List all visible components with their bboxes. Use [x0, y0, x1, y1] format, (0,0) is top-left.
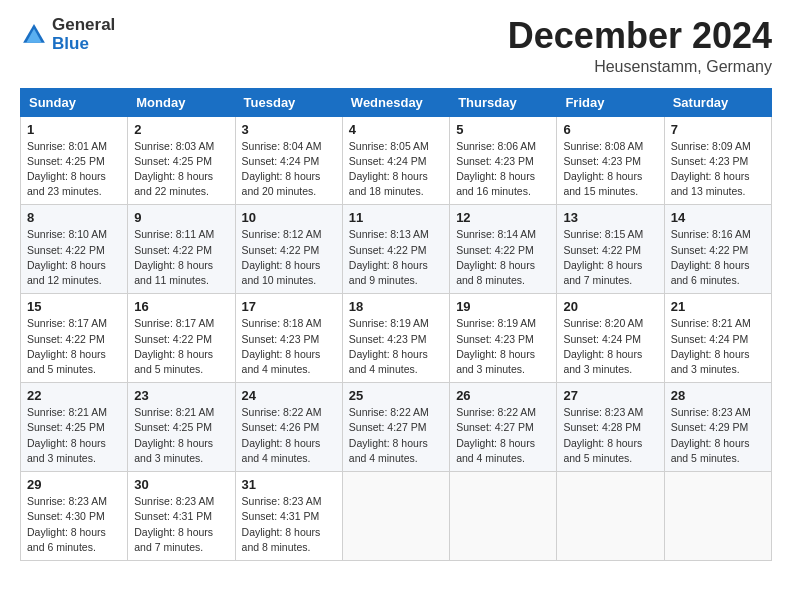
calendar-cell: 29Sunrise: 8:23 AMSunset: 4:30 PMDayligh…: [21, 472, 128, 561]
day-info: Sunrise: 8:12 AMSunset: 4:22 PMDaylight:…: [242, 227, 336, 288]
calendar-cell: [557, 472, 664, 561]
day-info: Sunrise: 8:17 AMSunset: 4:22 PMDaylight:…: [27, 316, 121, 377]
calendar-cell: 14Sunrise: 8:16 AMSunset: 4:22 PMDayligh…: [664, 205, 771, 294]
day-number: 14: [671, 210, 765, 225]
logo-icon: [20, 21, 48, 49]
day-number: 25: [349, 388, 443, 403]
page-header: General Blue December 2024 Heusenstamm, …: [20, 16, 772, 76]
day-number: 26: [456, 388, 550, 403]
calendar-cell: 28Sunrise: 8:23 AMSunset: 4:29 PMDayligh…: [664, 383, 771, 472]
calendar-header-saturday: Saturday: [664, 88, 771, 116]
calendar-cell: 4Sunrise: 8:05 AMSunset: 4:24 PMDaylight…: [342, 116, 449, 205]
calendar-cell: 18Sunrise: 8:19 AMSunset: 4:23 PMDayligh…: [342, 294, 449, 383]
day-number: 12: [456, 210, 550, 225]
day-info: Sunrise: 8:03 AMSunset: 4:25 PMDaylight:…: [134, 139, 228, 200]
day-info: Sunrise: 8:21 AMSunset: 4:25 PMDaylight:…: [134, 405, 228, 466]
calendar-cell: 16Sunrise: 8:17 AMSunset: 4:22 PMDayligh…: [128, 294, 235, 383]
day-info: Sunrise: 8:23 AMSunset: 4:30 PMDaylight:…: [27, 494, 121, 555]
calendar-cell: 21Sunrise: 8:21 AMSunset: 4:24 PMDayligh…: [664, 294, 771, 383]
calendar-header-friday: Friday: [557, 88, 664, 116]
calendar-header-tuesday: Tuesday: [235, 88, 342, 116]
day-number: 19: [456, 299, 550, 314]
day-number: 8: [27, 210, 121, 225]
calendar-cell: 24Sunrise: 8:22 AMSunset: 4:26 PMDayligh…: [235, 383, 342, 472]
day-number: 31: [242, 477, 336, 492]
calendar-cell: 15Sunrise: 8:17 AMSunset: 4:22 PMDayligh…: [21, 294, 128, 383]
day-info: Sunrise: 8:08 AMSunset: 4:23 PMDaylight:…: [563, 139, 657, 200]
day-info: Sunrise: 8:23 AMSunset: 4:28 PMDaylight:…: [563, 405, 657, 466]
day-number: 11: [349, 210, 443, 225]
calendar-week-1: 1Sunrise: 8:01 AMSunset: 4:25 PMDaylight…: [21, 116, 772, 205]
day-number: 3: [242, 122, 336, 137]
day-number: 13: [563, 210, 657, 225]
calendar-cell: 3Sunrise: 8:04 AMSunset: 4:24 PMDaylight…: [235, 116, 342, 205]
calendar-cell: 7Sunrise: 8:09 AMSunset: 4:23 PMDaylight…: [664, 116, 771, 205]
calendar-cell: [664, 472, 771, 561]
calendar-cell: 1Sunrise: 8:01 AMSunset: 4:25 PMDaylight…: [21, 116, 128, 205]
calendar-week-5: 29Sunrise: 8:23 AMSunset: 4:30 PMDayligh…: [21, 472, 772, 561]
day-info: Sunrise: 8:04 AMSunset: 4:24 PMDaylight:…: [242, 139, 336, 200]
day-number: 27: [563, 388, 657, 403]
day-number: 21: [671, 299, 765, 314]
calendar-cell: 5Sunrise: 8:06 AMSunset: 4:23 PMDaylight…: [450, 116, 557, 205]
calendar-cell: 2Sunrise: 8:03 AMSunset: 4:25 PMDaylight…: [128, 116, 235, 205]
day-number: 24: [242, 388, 336, 403]
day-number: 5: [456, 122, 550, 137]
day-info: Sunrise: 8:10 AMSunset: 4:22 PMDaylight:…: [27, 227, 121, 288]
calendar-cell: 10Sunrise: 8:12 AMSunset: 4:22 PMDayligh…: [235, 205, 342, 294]
day-info: Sunrise: 8:09 AMSunset: 4:23 PMDaylight:…: [671, 139, 765, 200]
location: Heusenstamm, Germany: [508, 58, 772, 76]
day-info: Sunrise: 8:22 AMSunset: 4:27 PMDaylight:…: [456, 405, 550, 466]
calendar-cell: 22Sunrise: 8:21 AMSunset: 4:25 PMDayligh…: [21, 383, 128, 472]
calendar-table: SundayMondayTuesdayWednesdayThursdayFrid…: [20, 88, 772, 561]
day-info: Sunrise: 8:05 AMSunset: 4:24 PMDaylight:…: [349, 139, 443, 200]
day-number: 28: [671, 388, 765, 403]
calendar-week-4: 22Sunrise: 8:21 AMSunset: 4:25 PMDayligh…: [21, 383, 772, 472]
calendar-header-sunday: Sunday: [21, 88, 128, 116]
day-number: 18: [349, 299, 443, 314]
calendar-header-monday: Monday: [128, 88, 235, 116]
calendar-cell: [342, 472, 449, 561]
day-number: 30: [134, 477, 228, 492]
calendar-cell: 13Sunrise: 8:15 AMSunset: 4:22 PMDayligh…: [557, 205, 664, 294]
day-number: 29: [27, 477, 121, 492]
day-number: 15: [27, 299, 121, 314]
day-number: 2: [134, 122, 228, 137]
logo: General Blue: [20, 16, 115, 53]
day-number: 23: [134, 388, 228, 403]
calendar-cell: 9Sunrise: 8:11 AMSunset: 4:22 PMDaylight…: [128, 205, 235, 294]
logo-blue-text: Blue: [52, 35, 115, 54]
calendar-cell: [450, 472, 557, 561]
calendar-cell: 19Sunrise: 8:19 AMSunset: 4:23 PMDayligh…: [450, 294, 557, 383]
day-number: 6: [563, 122, 657, 137]
calendar-cell: 31Sunrise: 8:23 AMSunset: 4:31 PMDayligh…: [235, 472, 342, 561]
day-info: Sunrise: 8:23 AMSunset: 4:31 PMDaylight:…: [242, 494, 336, 555]
day-info: Sunrise: 8:20 AMSunset: 4:24 PMDaylight:…: [563, 316, 657, 377]
day-info: Sunrise: 8:21 AMSunset: 4:25 PMDaylight:…: [27, 405, 121, 466]
day-info: Sunrise: 8:11 AMSunset: 4:22 PMDaylight:…: [134, 227, 228, 288]
day-info: Sunrise: 8:15 AMSunset: 4:22 PMDaylight:…: [563, 227, 657, 288]
day-number: 16: [134, 299, 228, 314]
calendar-header-thursday: Thursday: [450, 88, 557, 116]
calendar-cell: 27Sunrise: 8:23 AMSunset: 4:28 PMDayligh…: [557, 383, 664, 472]
day-info: Sunrise: 8:23 AMSunset: 4:31 PMDaylight:…: [134, 494, 228, 555]
calendar-header-row: SundayMondayTuesdayWednesdayThursdayFrid…: [21, 88, 772, 116]
day-number: 20: [563, 299, 657, 314]
calendar-cell: 26Sunrise: 8:22 AMSunset: 4:27 PMDayligh…: [450, 383, 557, 472]
day-number: 17: [242, 299, 336, 314]
day-info: Sunrise: 8:06 AMSunset: 4:23 PMDaylight:…: [456, 139, 550, 200]
day-info: Sunrise: 8:16 AMSunset: 4:22 PMDaylight:…: [671, 227, 765, 288]
calendar-cell: 30Sunrise: 8:23 AMSunset: 4:31 PMDayligh…: [128, 472, 235, 561]
day-number: 4: [349, 122, 443, 137]
day-number: 7: [671, 122, 765, 137]
day-info: Sunrise: 8:13 AMSunset: 4:22 PMDaylight:…: [349, 227, 443, 288]
calendar-header-wednesday: Wednesday: [342, 88, 449, 116]
day-number: 9: [134, 210, 228, 225]
day-number: 10: [242, 210, 336, 225]
calendar-cell: 25Sunrise: 8:22 AMSunset: 4:27 PMDayligh…: [342, 383, 449, 472]
calendar-cell: 23Sunrise: 8:21 AMSunset: 4:25 PMDayligh…: [128, 383, 235, 472]
logo-general-text: General: [52, 16, 115, 35]
calendar-cell: 8Sunrise: 8:10 AMSunset: 4:22 PMDaylight…: [21, 205, 128, 294]
calendar-cell: 20Sunrise: 8:20 AMSunset: 4:24 PMDayligh…: [557, 294, 664, 383]
day-info: Sunrise: 8:22 AMSunset: 4:26 PMDaylight:…: [242, 405, 336, 466]
